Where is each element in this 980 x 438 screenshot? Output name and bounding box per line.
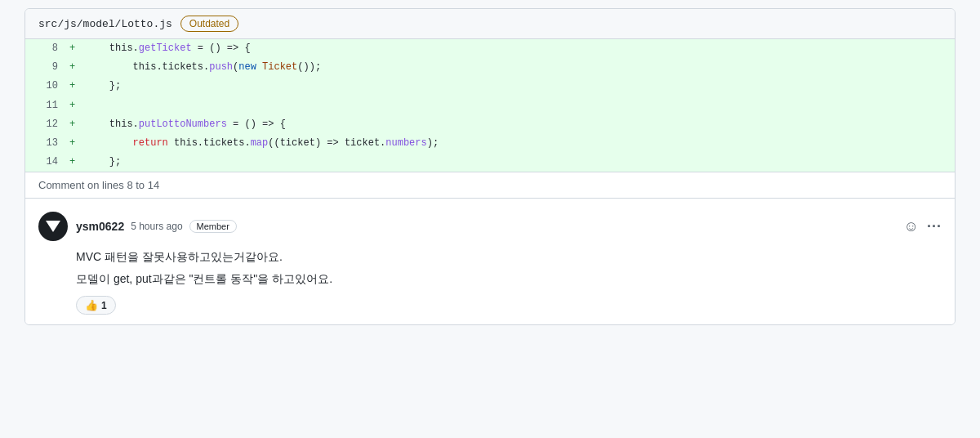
code-diff: 8 + this.getTicket = () => { 9 + this.ti… — [25, 39, 955, 172]
line-number-13: 13 — [25, 134, 66, 153]
code-content-14: }; — [82, 153, 124, 172]
code-content-13: return this.tickets.map((ticket) => tick… — [82, 134, 442, 153]
diff-sign-13: + — [66, 134, 82, 153]
code-line-9: 9 + this.tickets.push(new Ticket()); — [25, 58, 955, 77]
code-line-10: 10 + }; — [25, 77, 955, 96]
code-content-10: }; — [82, 77, 124, 96]
comment-lines-header: Comment on lines 8 to 14 — [25, 172, 955, 199]
avatar-icon — [46, 221, 60, 232]
line-number-12: 12 — [25, 115, 66, 134]
diff-sign-8: + — [66, 39, 82, 58]
code-content-12: this.putLottoNumbers = () => { — [82, 115, 289, 134]
diff-sign-14: + — [66, 153, 82, 172]
outdated-badge: Outdated — [180, 16, 238, 32]
reaction-emoji: 👍 — [85, 299, 98, 311]
file-header: src/js/model/Lotto.js Outdated — [25, 9, 955, 39]
member-badge: Member — [189, 220, 237, 233]
comment-body: MVC 패턴을 잘못사용하고있는거같아요. 모델이 get, put과같은 "컨… — [76, 248, 942, 288]
line-number-10: 10 — [25, 77, 66, 96]
code-line-13: 13 + return this.tickets.map((ticket) =>… — [25, 134, 955, 153]
line-number-9: 9 — [25, 58, 66, 77]
more-options-button[interactable]: ··· — [927, 218, 942, 235]
code-content-9: this.tickets.push(new Ticket()); — [82, 58, 324, 77]
code-content-11 — [82, 96, 95, 115]
diff-sign-10: + — [66, 77, 82, 96]
comment-line-1: MVC 패턴을 잘못사용하고있는거같아요. — [76, 248, 942, 266]
line-number-11: 11 — [25, 96, 66, 115]
review-container: src/js/model/Lotto.js Outdated 8 + this.… — [24, 8, 956, 325]
comment-line-2: 모델이 get, put과같은 "컨트롤 동작"을 하고있어요. — [76, 270, 942, 288]
avatar — [38, 212, 68, 241]
comment-timestamp: 5 hours ago — [131, 221, 182, 232]
code-content-8: this.getTicket = () => { — [82, 39, 254, 58]
diff-sign-9: + — [66, 58, 82, 77]
code-line-11: 11 + — [25, 96, 955, 115]
line-number-14: 14 — [25, 153, 66, 172]
diff-sign-11: + — [66, 96, 82, 115]
code-line-12: 12 + this.putLottoNumbers = () => { — [25, 115, 955, 134]
comment-actions: ☺ ··· — [902, 217, 942, 235]
thumbs-up-reaction[interactable]: 👍 1 — [76, 296, 116, 315]
author-section: ysm0622 5 hours ago Member — [38, 212, 237, 241]
comment-top: ysm0622 5 hours ago Member ☺ ··· — [38, 212, 942, 241]
code-line-8: 8 + this.getTicket = () => { — [25, 39, 955, 58]
review-comment: ysm0622 5 hours ago Member ☺ ··· MVC 패턴을… — [25, 199, 955, 324]
comment-meta: ysm0622 5 hours ago Member — [76, 220, 237, 233]
diff-sign-12: + — [66, 115, 82, 134]
line-number-8: 8 — [25, 39, 66, 58]
emoji-reaction-button[interactable]: ☺ — [902, 217, 920, 235]
reactions-bar: 👍 1 — [76, 296, 942, 315]
code-line-14: 14 + }; — [25, 153, 955, 172]
author-name[interactable]: ysm0622 — [76, 220, 124, 233]
file-path: src/js/model/Lotto.js — [38, 18, 172, 30]
reaction-count: 1 — [101, 300, 107, 311]
